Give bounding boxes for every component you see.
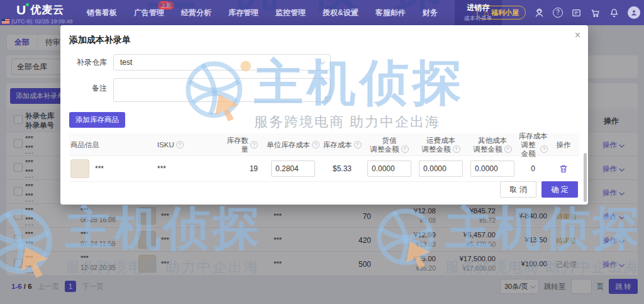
modal-scrollbar-thumb[interactable]	[584, 153, 587, 202]
user-avatar[interactable]	[628, 6, 640, 19]
header-value-adjust: 货值调整金额?	[364, 136, 415, 154]
header-other-adjust: 其他成本调整金额?	[467, 136, 518, 154]
stock-cost-cell: $5.33	[321, 164, 364, 173]
close-icon[interactable]: ×	[575, 30, 580, 40]
qty-cell: 19	[220, 164, 265, 173]
confirm-button[interactable]: 确 定	[541, 181, 578, 198]
unit-cost-input[interactable]	[271, 160, 315, 177]
warehouse-select[interactable]: test	[113, 54, 331, 70]
shipping-adjust-input[interactable]	[419, 160, 463, 177]
cancel-button[interactable]: 取 消	[500, 181, 536, 198]
add-cost-record-modal: × 添加成本补录单 补录仓库 test 备注 添加库存商品 商品信息 ISKU?…	[60, 25, 588, 205]
info-icon[interactable]: ?	[312, 141, 319, 149]
customer-service-icon[interactable]	[534, 8, 545, 18]
nav-item-auth-settings[interactable]: 授权&设置	[323, 8, 358, 18]
product-cell: ***	[69, 159, 157, 178]
shipping-adjust-cell	[415, 160, 467, 177]
timezone-clock: (UTC-8): 02/25 19:09:48	[2, 18, 73, 25]
resize-handle[interactable]	[325, 96, 330, 101]
nav-item-analysis[interactable]: 经营分析	[181, 8, 211, 18]
logo-icon: U	[16, 3, 26, 16]
chevron-down-icon	[319, 59, 325, 64]
logo-text: 优麦云	[30, 3, 64, 17]
other-adjust-input[interactable]	[470, 160, 514, 177]
bell-icon[interactable]	[609, 8, 619, 18]
note-textarea[interactable]	[113, 78, 331, 102]
info-icon[interactable]: ?	[176, 141, 184, 149]
nav-item-ads[interactable]: 广告管理上新	[134, 8, 164, 18]
action-cell	[548, 164, 579, 174]
top-nav: U 优麦云 (UTC-8): 02/25 19:09:48 销售看板 广告管理上…	[0, 0, 644, 25]
info-icon[interactable]: ?	[453, 145, 460, 153]
isku-cell: ***	[157, 164, 220, 173]
nav-item-sales-board[interactable]: 销售看板	[87, 8, 117, 18]
other-adjust-cell	[467, 160, 518, 177]
info-icon[interactable]: ?	[354, 141, 362, 149]
add-stock-product-button[interactable]: 添加库存商品	[69, 112, 125, 128]
header-stock-adjust: 库存成本调整金额?	[518, 132, 548, 158]
header-product: 商品信息	[69, 140, 157, 149]
header-unit-cost: 单位库存成本?	[265, 140, 321, 149]
modal-table-row: *** *** 19 $5.33 0	[69, 156, 579, 182]
nav-item-mail[interactable]: 客服邮件	[375, 8, 406, 18]
header-qty: 库存数量?	[220, 136, 265, 154]
note-label: 备注	[67, 83, 107, 94]
header-shipping-adjust: 运费成本调整金额?	[415, 136, 467, 154]
welfare-house-button[interactable]: ⌂ 福利小屋	[477, 6, 526, 20]
modal-table-header: 商品信息 ISKU? 库存数量? 单位库存成本? 库存成本? 货值调整金额? 运…	[69, 133, 579, 156]
info-icon[interactable]: ?	[401, 145, 409, 153]
value-adjust-cell	[364, 160, 415, 177]
nav-item-finance[interactable]: 财务	[423, 8, 438, 18]
avatar-person-icon	[630, 9, 638, 16]
info-icon[interactable]: ?	[540, 145, 548, 153]
timezone-text: (UTC-8): 02/25 19:09:48	[11, 18, 73, 25]
header-action: 操作	[548, 140, 579, 149]
modal-title: 添加成本补录单	[69, 35, 131, 46]
nav-item-monitor[interactable]: 监控管理	[275, 8, 306, 18]
header-stock-cost: 库存成本?	[321, 140, 364, 149]
info-icon[interactable]: ?	[504, 145, 512, 153]
header-isku: ISKU?	[157, 140, 220, 149]
help-icon[interactable]: ?	[553, 8, 563, 18]
warehouse-label: 补录仓库	[67, 57, 107, 68]
modal-table: 商品信息 ISKU? 库存数量? 单位库存成本? 库存成本? 货值调整金额? 运…	[69, 133, 579, 182]
house-icon: ⌂	[484, 9, 489, 17]
unit-cost-cell	[265, 160, 321, 177]
delete-trash-icon[interactable]	[558, 164, 569, 174]
product-thumbnail	[70, 159, 89, 178]
stock-adjust-cell: 0	[518, 164, 548, 173]
us-flag-icon	[2, 19, 9, 24]
logo[interactable]: U 优麦云	[16, 3, 64, 17]
new-badge: 上新	[158, 1, 174, 9]
cart-icon[interactable]	[590, 8, 601, 18]
value-adjust-input[interactable]	[367, 160, 411, 177]
nav-right-tools: ⌂ 福利小屋 ?	[477, 0, 640, 25]
info-icon[interactable]: ?	[250, 141, 258, 149]
feedback-doc-icon[interactable]	[571, 8, 582, 18]
nav-menu: 销售看板 广告管理上新 经营分析 库存管理 监控管理 授权&设置 客服邮件 财务…	[87, 0, 502, 25]
nav-item-inventory[interactable]: 库存管理	[228, 8, 258, 18]
